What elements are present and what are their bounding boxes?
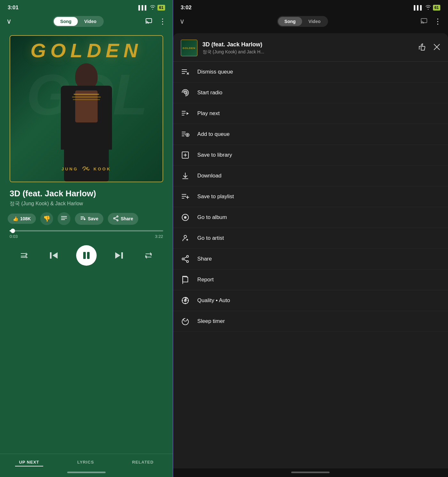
svg-point-23: [421, 23, 421, 24]
menu-song-title: 3D (feat. Jack Harlow): [203, 41, 413, 48]
status-right-right: ▌▌▌ 61: [414, 5, 440, 11]
playback-controls: [0, 241, 173, 272]
song-title-left: 3D (feat. Jack Harlow): [10, 189, 163, 199]
signal-icon-left: ▌▌▌: [138, 5, 148, 10]
svg-line-15: [115, 219, 117, 220]
chevron-down-icon-right[interactable]: ∨: [180, 17, 185, 26]
bottom-tabs: UP NEXT LYRICS RELATED: [0, 454, 173, 469]
menu-item-dismiss-queue[interactable]: Dismiss queue: [173, 62, 448, 82]
album-art: GOLDEN GOL JUNG: [10, 35, 163, 182]
top-nav-left: ∨ Song Video ⋮: [0, 13, 173, 32]
sleep-icon: [181, 317, 190, 326]
report-icon: [181, 275, 190, 284]
svg-point-59: [187, 261, 188, 262]
artist-icon: [181, 234, 190, 243]
menu-item-report[interactable]: Report: [173, 270, 448, 290]
svg-marker-20: [115, 252, 120, 259]
progress-bar[interactable]: [10, 230, 163, 231]
menu-item-save-playlist[interactable]: Save to playlist: [173, 186, 448, 207]
share-icon: [181, 254, 190, 263]
menu-item-quality[interactable]: Quality • Auto: [173, 290, 448, 311]
tab-up-next[interactable]: UP NEXT: [15, 458, 43, 466]
menu-item-go-album[interactable]: Go to album: [173, 207, 448, 228]
right-panel: 3:02 ▌▌▌ 61 ∨ Song Video: [173, 0, 448, 477]
chevron-down-icon-left[interactable]: ∨: [6, 17, 12, 26]
menu-label-report: Report: [197, 277, 214, 283]
svg-rect-0: [146, 19, 152, 23]
wifi-icon-right: [425, 5, 431, 11]
progress-thumb: [11, 229, 15, 233]
save-button[interactable]: Save: [75, 213, 103, 225]
shuffle-button[interactable]: [17, 248, 31, 262]
svg-rect-21: [121, 252, 123, 259]
svg-line-14: [115, 217, 117, 218]
video-tab-right[interactable]: Video: [302, 17, 327, 26]
svg-marker-35: [187, 112, 189, 115]
repeat-button[interactable]: [141, 248, 156, 262]
song-info-left: 3D (feat. Jack Harlow) 정국 (Jung Kook) & …: [0, 189, 173, 212]
menu-item-add-queue[interactable]: Add to queue: [173, 124, 448, 145]
dislike-button[interactable]: 👎: [40, 212, 53, 225]
menu-label-share: Share: [197, 256, 212, 262]
kook-text: KOOK: [93, 167, 111, 171]
status-bar-left: 3:01 ▌▌▌ 61: [0, 0, 173, 13]
menu-label-download: Download: [197, 173, 222, 179]
menu-item-sleep-timer[interactable]: Sleep timer: [173, 311, 448, 332]
tab-lyrics[interactable]: LYRICS: [73, 458, 98, 466]
wifi-icon-left: [150, 5, 156, 11]
menu-item-go-artist[interactable]: Go to artist: [173, 228, 448, 249]
jung-text: JUNG: [61, 167, 78, 171]
next-button[interactable]: [112, 248, 126, 262]
share-label-left: Share: [121, 216, 133, 221]
menu-item-start-radio[interactable]: Start radio: [173, 82, 448, 103]
song-video-toggle-right: Song Video: [277, 16, 328, 27]
menu-label-add-queue: Add to queue: [197, 131, 230, 137]
song-tab-right[interactable]: Song: [278, 17, 302, 26]
more-icon-right[interactable]: ⋮: [434, 17, 442, 26]
menu-close-button[interactable]: [433, 43, 440, 52]
svg-point-1: [145, 23, 146, 24]
svg-point-55: [184, 235, 187, 238]
save-playlist-icon: [181, 192, 190, 201]
play-next-icon: [181, 109, 190, 118]
home-indicator-right: [291, 472, 330, 473]
top-nav-right: ∨ Song Video ⋮: [173, 13, 448, 32]
left-panel: 3:01 ▌▌▌ 61 ∨ Song Video: [0, 0, 173, 477]
svg-line-62: [184, 260, 186, 261]
more-icon-left[interactable]: ⋮: [159, 17, 166, 26]
lyrics-button[interactable]: [58, 212, 70, 225]
svg-rect-22: [421, 19, 427, 23]
pause-button[interactable]: [76, 245, 97, 266]
prev-button[interactable]: [47, 248, 61, 262]
menu-item-share[interactable]: Share: [173, 249, 448, 270]
svg-point-54: [185, 217, 186, 218]
signal-icon-right: ▌▌▌: [414, 5, 423, 10]
menu-item-play-next[interactable]: Play next: [173, 103, 448, 124]
like-icon: 👍: [13, 216, 18, 221]
song-tab-left[interactable]: Song: [54, 17, 78, 26]
save-label: Save: [88, 216, 98, 221]
menu-like-button[interactable]: [419, 43, 427, 53]
menu-header: GOLDEN 3D (feat. Jack Harlow) 정국 (Jung K…: [173, 33, 448, 62]
battery-left: 61: [157, 5, 165, 11]
menu-label-sleep-timer: Sleep timer: [197, 318, 225, 325]
svg-rect-17: [50, 252, 52, 259]
menu-label-quality: Quality • Auto: [197, 297, 230, 304]
save-icon: [80, 215, 86, 222]
add-queue-icon: [181, 130, 190, 139]
menu-item-download[interactable]: Download: [173, 166, 448, 186]
tab-related[interactable]: RELATED: [128, 458, 157, 466]
dismiss-queue-icon: [181, 67, 190, 76]
album-icon: [181, 213, 190, 222]
cast-icon-right[interactable]: [420, 18, 428, 25]
time-labels: 0:03 3:22: [10, 234, 163, 239]
dislike-icon: 👎: [43, 215, 50, 222]
svg-marker-16: [52, 252, 58, 259]
video-tab-left[interactable]: Video: [78, 17, 103, 26]
menu-item-save-library[interactable]: Save to library: [173, 145, 448, 166]
cast-icon-left[interactable]: [145, 18, 152, 25]
nav-icons-right: ⋮: [420, 17, 442, 26]
like-button[interactable]: 👍 108K: [8, 214, 36, 224]
menu-label-dismiss-queue: Dismiss queue: [197, 69, 233, 75]
share-button-left[interactable]: Share: [108, 213, 138, 225]
